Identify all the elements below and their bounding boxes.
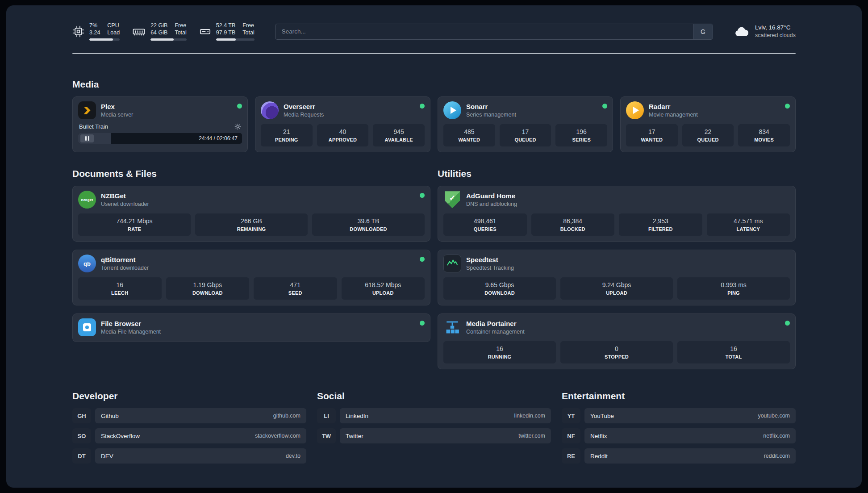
bookmark-item-github[interactable]: GH Github github.com bbox=[72, 408, 306, 423]
now-playing-title: Bullet Train bbox=[79, 123, 108, 130]
cpu-progress-bar bbox=[89, 38, 120, 41]
stat-value: 9.65 Gbps bbox=[445, 281, 554, 290]
stat-tile: 744.21 Mbps RATE bbox=[78, 213, 191, 236]
service-card-speedtest[interactable]: Speedtest Speedtest Tracking 9.65 Gbps D… bbox=[438, 250, 796, 305]
section-title-social: Social bbox=[317, 391, 551, 401]
bookmark-abbr[interactable]: RE bbox=[562, 448, 580, 464]
service-description: Media server bbox=[101, 111, 133, 118]
bookmark-name: YouTube bbox=[590, 413, 614, 419]
bookmark-link[interactable]: LinkedIn linkedin.com bbox=[340, 408, 551, 423]
search-provider-button[interactable]: G bbox=[693, 24, 713, 39]
plex-icon bbox=[78, 101, 96, 119]
service-card-plex[interactable]: Plex Media server Bullet Train bbox=[72, 96, 248, 152]
speedtest-icon bbox=[443, 255, 461, 272]
bookmark-link[interactable]: Twitter twitter.com bbox=[340, 428, 551, 443]
search-input[interactable] bbox=[275, 28, 693, 35]
service-description: Movie management bbox=[649, 111, 698, 118]
bookmark-link[interactable]: YouTube youtube.com bbox=[584, 408, 796, 423]
gear-icon[interactable] bbox=[234, 123, 241, 130]
stat-value: 86,384 bbox=[533, 217, 613, 226]
bookmark-abbr[interactable]: TW bbox=[317, 428, 336, 443]
bookmark-name: LinkedIn bbox=[346, 413, 368, 419]
bookmark-link[interactable]: Github github.com bbox=[95, 408, 306, 423]
service-card-qbittorrent[interactable]: qb qBittorrent Torrent downloader 16 LEE… bbox=[72, 250, 430, 305]
cpu-usage: 7% bbox=[89, 22, 100, 29]
service-card-sonarr[interactable]: Sonarr Series management 485 WANTED 17 Q… bbox=[438, 96, 613, 152]
service-card-radarr[interactable]: Radarr Movie management 17 WANTED 22 QUE… bbox=[620, 96, 796, 152]
search-bar[interactable]: G bbox=[275, 24, 713, 40]
playback-progress-bar[interactable]: 24:44 / 02:06:47 bbox=[78, 133, 242, 144]
stat-tile: 17 QUEUED bbox=[500, 124, 551, 146]
stat-value: 744.21 Mbps bbox=[80, 217, 189, 226]
total-label: Total bbox=[175, 29, 186, 37]
stat-tile: 21 PENDING bbox=[261, 124, 313, 146]
stat-tile: 40 APPROVED bbox=[317, 124, 369, 146]
bookmark-link[interactable]: StackOverflow stackoverflow.com bbox=[95, 428, 306, 443]
stat-tile: 16 TOTAL bbox=[677, 341, 790, 363]
section-title-media: Media bbox=[72, 79, 796, 90]
service-card-portainer[interactable]: Media Portainer Container management 16 … bbox=[438, 313, 796, 369]
service-name: NZBGet bbox=[101, 192, 149, 201]
bookmark-link[interactable]: Netflix netflix.com bbox=[584, 428, 796, 443]
free-label: Free bbox=[175, 22, 186, 29]
bookmark-url: github.com bbox=[273, 413, 300, 419]
stat-tile: 39.6 TB DOWNLOADED bbox=[312, 213, 425, 236]
bookmark-item-stackoverflow[interactable]: SO StackOverflow stackoverflow.com bbox=[72, 428, 306, 443]
bookmark-url: netflix.com bbox=[763, 433, 790, 439]
bookmark-item-youtube[interactable]: YT YouTube youtube.com bbox=[562, 408, 796, 423]
bookmark-name: Github bbox=[101, 413, 119, 419]
stat-tile: 17 WANTED bbox=[626, 124, 678, 146]
bookmark-abbr[interactable]: SO bbox=[72, 428, 91, 443]
service-description: Usenet downloader bbox=[101, 201, 149, 208]
status-dot bbox=[237, 104, 242, 109]
service-card-filebrowser[interactable]: File Browser Media File Management bbox=[72, 313, 430, 342]
stat-label: QUEUED bbox=[501, 137, 550, 143]
bookmark-abbr[interactable]: GH bbox=[72, 408, 91, 423]
stat-label: QUERIES bbox=[445, 226, 525, 233]
stat-value: 17 bbox=[501, 128, 550, 137]
service-card-nzbget[interactable]: nzbget NZBGet Usenet downloader 744.21 M… bbox=[72, 186, 430, 242]
cpu-labels: CPU Load bbox=[107, 22, 120, 36]
bookmark-name: Reddit bbox=[590, 453, 608, 460]
status-dot bbox=[602, 104, 607, 109]
bookmark-abbr[interactable]: YT bbox=[562, 408, 580, 423]
playback-time: 24:44 / 02:06:47 bbox=[199, 135, 242, 142]
bookmark-abbr[interactable]: LI bbox=[317, 408, 336, 423]
service-description: Torrent downloader bbox=[101, 264, 149, 272]
stat-label: SEED bbox=[255, 290, 335, 297]
bookmark-link[interactable]: DEV dev.to bbox=[95, 448, 306, 464]
resource-disk: 52.4 TB 97.9 TB Free Total bbox=[199, 22, 255, 41]
service-name: Media Portainer bbox=[466, 319, 525, 328]
service-card-overseerr[interactable]: Overseerr Media Requests 21 PENDING 40 A… bbox=[255, 96, 430, 152]
stat-value: 1.19 Gbps bbox=[168, 281, 248, 290]
bookmark-abbr[interactable]: DT bbox=[72, 448, 91, 464]
stat-value: 2,953 bbox=[621, 217, 701, 226]
bookmark-group-developer: Developer GH Github github.com SO StackO… bbox=[72, 391, 306, 468]
section-media: Media Plex Media server Bullet Tra bbox=[72, 79, 796, 152]
stat-label: STOPPED bbox=[562, 354, 671, 360]
weather-location: Lviv, 16.87°C bbox=[755, 24, 796, 32]
bookmark-item-reddit[interactable]: RE Reddit reddit.com bbox=[562, 448, 796, 464]
stat-label: AVAILABLE bbox=[375, 137, 423, 143]
memory-progress-bar bbox=[150, 38, 187, 41]
stat-label: TOTAL bbox=[679, 354, 788, 360]
bookmark-url: stackoverflow.com bbox=[255, 433, 300, 439]
bookmark-abbr[interactable]: NF bbox=[562, 428, 580, 443]
cloud-icon bbox=[734, 24, 750, 40]
stat-value: 9.24 Gbps bbox=[562, 281, 671, 290]
stat-label: PING bbox=[679, 290, 788, 297]
bookmark-item-dev[interactable]: DT DEV dev.to bbox=[72, 448, 306, 464]
memory-values: 22 GiB 64 GiB bbox=[150, 22, 167, 36]
disk-total: 97.9 TB bbox=[216, 29, 236, 37]
bookmark-item-twitter[interactable]: TW Twitter twitter.com bbox=[317, 428, 551, 443]
service-name: AdGuard Home bbox=[466, 192, 517, 201]
pause-button[interactable] bbox=[80, 134, 94, 142]
status-dot bbox=[420, 321, 425, 326]
bookmark-item-linkedin[interactable]: LI LinkedIn linkedin.com bbox=[317, 408, 551, 423]
bookmark-item-netflix[interactable]: NF Netflix netflix.com bbox=[562, 428, 796, 443]
bookmark-link[interactable]: Reddit reddit.com bbox=[584, 448, 796, 464]
service-card-adguard[interactable]: ✓ AdGuard Home DNS and adblocking 498,46… bbox=[438, 186, 796, 242]
resource-cpu: 7% 3.24 CPU Load bbox=[72, 22, 120, 41]
service-name: Radarr bbox=[649, 102, 698, 111]
section-title-entertainment: Entertainment bbox=[562, 391, 796, 401]
